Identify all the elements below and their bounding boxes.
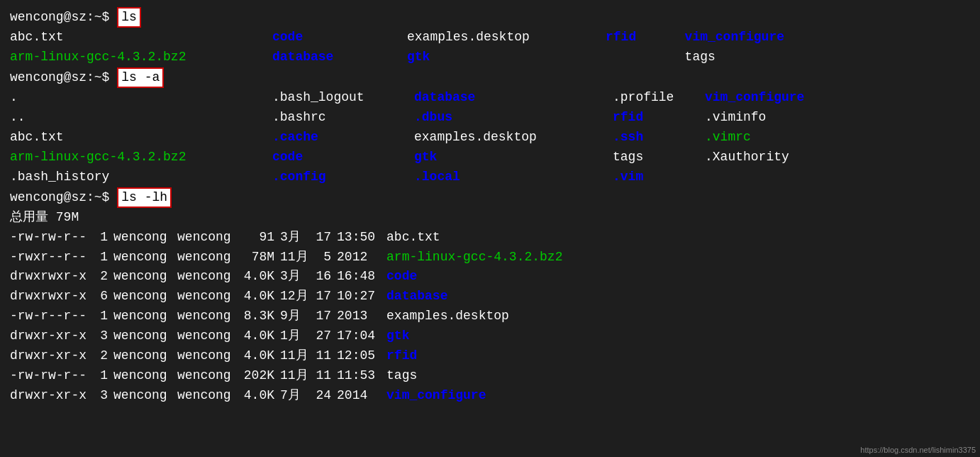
lsa-xauthority: .Xauthority xyxy=(705,148,804,167)
lh-row-abc: -rw-rw-r-- 1 wencong wencong 91 3月 17 13… xyxy=(10,228,562,248)
cmd-ls-a: ls -a xyxy=(117,67,164,88)
prompt-1: wencong@sz:~$ xyxy=(10,8,117,28)
lh-name-gtk: gtk xyxy=(386,326,562,346)
ls-output-row1: abc.txt code examples.desktop rfid vim_c… xyxy=(10,28,970,48)
lh-perm-5: drwxr-xr-x xyxy=(10,326,92,346)
lsa-abc: abc.txt xyxy=(10,128,272,148)
command-line-2: wencong@sz:~$ ls -a xyxy=(10,67,970,88)
lh-links-5: 3 xyxy=(92,326,113,346)
lh-user-8: wencong xyxy=(113,386,177,406)
lh-user-1: wencong xyxy=(113,248,177,268)
lh-links-8: 3 xyxy=(92,386,113,406)
total-line: 总用量 79M xyxy=(10,208,970,228)
lh-perm-1: -rwxr--r-- xyxy=(10,248,92,268)
lh-links-0: 1 xyxy=(92,228,113,248)
lh-perm-0: -rw-rw-r-- xyxy=(10,228,92,248)
ls-code: code xyxy=(272,28,407,48)
lh-row-rfid: drwxr-xr-x 2 wencong wencong 4.0K 11月 11… xyxy=(10,346,562,366)
lh-time-2: 16:48 xyxy=(337,267,386,287)
ls-output-row2: arm-linux-gcc-4.3.2.bz2 database gtk tag… xyxy=(10,48,970,67)
lh-perm-8: drwxr-xr-x xyxy=(10,386,92,406)
lh-month-3: 12月 xyxy=(280,287,316,307)
ls-database: database xyxy=(272,48,407,67)
lsa-dotdot: .. xyxy=(10,108,272,128)
lsa-bash-logout: .bash_logout xyxy=(272,88,414,108)
lh-row-arm: -rwxr--r-- 1 wencong wencong 78M 11月 5 2… xyxy=(10,248,562,268)
watermark: https://blog.csdn.net/lishimin3375 xyxy=(860,446,976,454)
lsa-gtk: gtk xyxy=(414,148,613,167)
command-line-3: wencong@sz:~$ ls -lh xyxy=(10,187,970,208)
lh-size-0: 91 xyxy=(241,228,280,248)
lh-links-6: 2 xyxy=(92,346,113,366)
lh-group-0: wencong xyxy=(177,228,241,248)
lsa-code: code xyxy=(272,148,414,167)
lh-links-3: 6 xyxy=(92,287,113,307)
lsa-vim: .vim xyxy=(613,167,705,187)
ls-a-row-4: arm-linux-gcc-4.3.2.bz2 code gtk tags .X… xyxy=(10,148,804,167)
lh-name-code: code xyxy=(386,267,562,287)
ls-a-output: . .bash_logout database .profile vim_con… xyxy=(10,88,804,187)
ls-arm: arm-linux-gcc-4.3.2.bz2 xyxy=(10,48,272,67)
lsa-empty-5 xyxy=(705,167,804,187)
ls-gtk: gtk xyxy=(407,48,606,67)
lh-links-1: 1 xyxy=(92,248,113,268)
lh-name-examples: examples.desktop xyxy=(386,307,562,326)
cmd-ls-lh: ls -lh xyxy=(117,187,172,208)
lh-month-0: 3月 xyxy=(280,228,316,248)
lh-group-5: wencong xyxy=(177,326,241,346)
lh-time-7: 11:53 xyxy=(337,366,386,386)
lh-name-database: database xyxy=(386,287,562,307)
lh-group-8: wencong xyxy=(177,386,241,406)
cmd-ls: ls xyxy=(117,7,141,28)
lh-month-4: 9月 xyxy=(280,307,316,326)
lh-day-1: 5 xyxy=(316,248,337,268)
lh-day-4: 17 xyxy=(316,307,337,326)
lh-group-2: wencong xyxy=(177,267,241,287)
ls-vim-configure: vim_configure xyxy=(669,28,784,48)
lh-name-tags: tags xyxy=(386,366,562,386)
lh-time-6: 12:05 xyxy=(337,346,386,366)
prompt-2: wencong@sz:~$ xyxy=(10,68,117,88)
lh-name-rfid: rfid xyxy=(386,346,562,366)
ls-a-row-1: . .bash_logout database .profile vim_con… xyxy=(10,88,804,108)
lh-size-3: 4.0K xyxy=(241,287,280,307)
lh-size-2: 4.0K xyxy=(241,267,280,287)
lsa-cache: .cache xyxy=(272,128,414,148)
ls-abc: abc.txt xyxy=(10,28,272,48)
lh-month-2: 3月 xyxy=(280,267,316,287)
lsa-vimrc: .vimrc xyxy=(705,128,804,148)
lh-perm-2: drwxrwxr-x xyxy=(10,267,92,287)
lh-user-4: wencong xyxy=(113,307,177,326)
lh-size-7: 202K xyxy=(241,366,280,386)
lsa-rfid: rfid xyxy=(613,108,705,128)
lh-perm-3: drwxrwxr-x xyxy=(10,287,92,307)
lh-day-3: 17 xyxy=(316,287,337,307)
lh-perm-4: -rw-r--r-- xyxy=(10,307,92,326)
lh-time-1: 2012 xyxy=(337,248,386,268)
lh-time-4: 2013 xyxy=(337,307,386,326)
lh-row-code: drwxrwxr-x 2 wencong wencong 4.0K 3月 16 … xyxy=(10,267,562,287)
lh-user-0: wencong xyxy=(113,228,177,248)
lh-name-arm: arm-linux-gcc-4.3.2.bz2 xyxy=(386,248,562,268)
lh-day-5: 27 xyxy=(316,326,337,346)
lh-user-3: wencong xyxy=(113,287,177,307)
lh-user-6: wencong xyxy=(113,346,177,366)
ls-a-row-2: .. .bashrc .dbus rfid .viminfo xyxy=(10,108,804,128)
lh-row-database: drwxrwxr-x 6 wencong wencong 4.0K 12月 17… xyxy=(10,287,562,307)
ls-examples: examples.desktop xyxy=(407,28,606,48)
lh-name-abc: abc.txt xyxy=(386,228,562,248)
lh-links-2: 2 xyxy=(92,267,113,287)
lsa-bashrc: .bashrc xyxy=(272,108,414,128)
terminal: wencong@sz:~$ ls abc.txt code examples.d… xyxy=(10,7,970,406)
ls-rfid: rfid xyxy=(606,28,669,48)
lh-day-6: 11 xyxy=(316,346,337,366)
ls-a-row-3: abc.txt .cache examples.desktop .ssh .vi… xyxy=(10,128,804,148)
lh-day-0: 17 xyxy=(316,228,337,248)
lh-row-gtk: drwxr-xr-x 3 wencong wencong 4.0K 1月 27 … xyxy=(10,326,562,346)
lh-links-7: 1 xyxy=(92,366,113,386)
lh-perm-6: drwxr-xr-x xyxy=(10,346,92,366)
lsa-tags: tags xyxy=(613,148,705,167)
lh-group-3: wencong xyxy=(177,287,241,307)
lsa-bash-history: .bash_history xyxy=(10,167,272,187)
lh-time-8: 2014 xyxy=(337,386,386,406)
